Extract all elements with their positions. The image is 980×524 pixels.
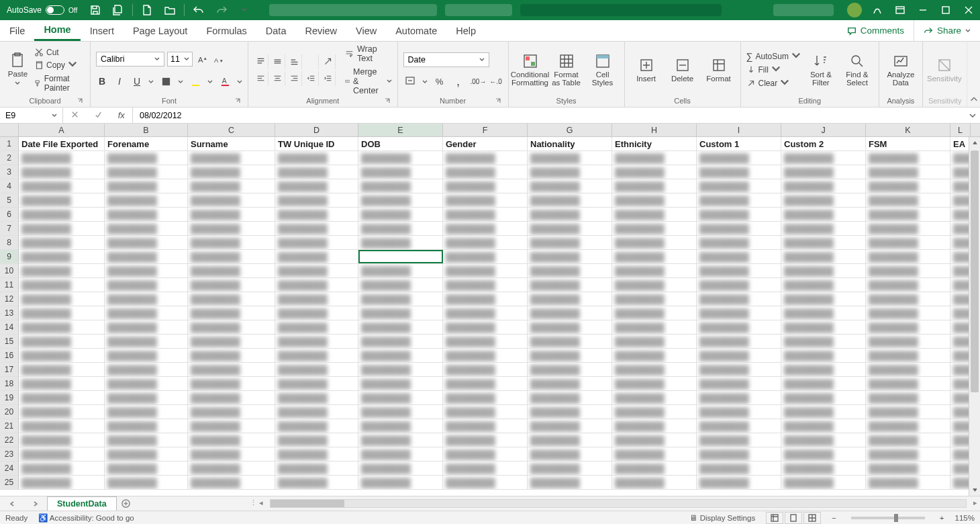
- data-cell[interactable]: ████████: [19, 335, 105, 348]
- data-cell[interactable]: ████████: [19, 405, 105, 419]
- delete-cells-button[interactable]: Delete: [667, 57, 699, 83]
- data-cell[interactable]: ████████: [19, 377, 105, 390]
- data-cell[interactable]: ████████: [781, 179, 866, 193]
- data-cell[interactable]: ████████: [358, 208, 443, 221]
- data-cell[interactable]: ████████: [781, 447, 866, 461]
- data-cell[interactable]: ████████: [950, 377, 971, 390]
- data-cell[interactable]: ████████: [275, 377, 358, 390]
- data-cell[interactable]: ████████: [105, 250, 188, 263]
- insert-function-icon[interactable]: fx: [118, 110, 125, 120]
- data-cell[interactable]: ████████: [866, 165, 950, 179]
- data-cell[interactable]: ████████: [19, 179, 105, 193]
- data-cell[interactable]: ████████: [19, 264, 105, 277]
- data-cell[interactable]: ████████: [781, 476, 866, 489]
- data-cell[interactable]: ████████: [188, 306, 275, 320]
- data-cell[interactable]: ████████: [612, 193, 697, 207]
- data-cell[interactable]: ████████: [697, 377, 781, 390]
- data-cell[interactable]: ████████: [781, 306, 866, 320]
- data-cell[interactable]: ████████: [866, 179, 950, 193]
- data-cell[interactable]: ████████: [612, 222, 697, 235]
- alignment-launcher-icon[interactable]: [384, 97, 391, 104]
- data-cell[interactable]: ████████: [528, 292, 612, 306]
- clipboard-launcher-icon[interactable]: [77, 97, 83, 104]
- open-file-icon[interactable]: [158, 0, 181, 20]
- comma-format-icon[interactable]: ,: [452, 78, 465, 85]
- data-cell[interactable]: ████████: [275, 433, 358, 447]
- data-cell[interactable]: ████████: [105, 179, 188, 193]
- col-header-K[interactable]: K: [866, 124, 950, 136]
- data-cell[interactable]: ████████: [443, 179, 528, 193]
- data-cell[interactable]: ████████: [950, 179, 971, 193]
- data-cell[interactable]: ████████: [275, 306, 358, 320]
- col-header-L[interactable]: L: [950, 124, 971, 136]
- data-cell[interactable]: ████████: [358, 179, 443, 193]
- data-cell[interactable]: ████████: [781, 222, 866, 235]
- data-cell[interactable]: ████████: [188, 264, 275, 277]
- data-cell[interactable]: ████████: [612, 151, 697, 165]
- data-cell[interactable]: ████████: [105, 405, 188, 419]
- data-cell[interactable]: ████████: [358, 405, 443, 419]
- data-cell[interactable]: ████████: [866, 151, 950, 165]
- data-cell[interactable]: ████████: [358, 320, 443, 334]
- data-cell[interactable]: ████████: [188, 222, 275, 235]
- data-cell[interactable]: ████████: [443, 208, 528, 221]
- data-cell[interactable]: ████████: [188, 151, 275, 165]
- data-cell[interactable]: ████████: [443, 250, 528, 263]
- align-center-icon[interactable]: [271, 71, 285, 86]
- menu-data[interactable]: Data: [256, 20, 296, 41]
- data-cell[interactable]: ████████: [528, 320, 612, 334]
- header-cell[interactable]: EA: [950, 137, 971, 150]
- data-cell[interactable]: ████████: [697, 405, 781, 419]
- align-right-icon[interactable]: [287, 71, 302, 86]
- data-cell[interactable]: ████████: [612, 349, 697, 362]
- normal-view-icon[interactable]: [766, 512, 783, 524]
- data-cell[interactable]: ████████: [19, 278, 105, 292]
- row-header[interactable]: 24: [0, 462, 19, 475]
- data-cell[interactable]: ████████: [697, 165, 781, 179]
- data-cell[interactable]: ████████: [866, 363, 950, 376]
- data-cell[interactable]: ████████: [781, 264, 866, 277]
- data-cell[interactable]: ████████: [866, 447, 950, 461]
- data-cell[interactable]: ████████: [612, 250, 697, 263]
- data-cell[interactable]: ████████: [19, 208, 105, 221]
- data-cell[interactable]: ████████: [188, 476, 275, 489]
- data-cell[interactable]: ████████: [612, 320, 697, 334]
- data-cell[interactable]: ████████: [19, 363, 105, 376]
- menu-formulas[interactable]: Formulas: [197, 20, 256, 41]
- scroll-down-icon[interactable]: [969, 484, 980, 496]
- data-cell[interactable]: ████████: [275, 236, 358, 249]
- align-left-icon[interactable]: [254, 71, 268, 86]
- find-select-button[interactable]: Find & Select: [841, 53, 873, 87]
- data-cell[interactable]: ████████: [612, 419, 697, 433]
- row-header[interactable]: 14: [0, 320, 19, 334]
- data-cell[interactable]: ████████: [697, 462, 781, 475]
- data-cell[interactable]: ████████: [950, 306, 971, 320]
- data-cell[interactable]: ████████: [781, 151, 866, 165]
- format-as-table-button[interactable]: Format as Table: [550, 53, 583, 87]
- data-cell[interactable]: ████████: [697, 363, 781, 376]
- data-cell[interactable]: ████████: [358, 447, 443, 461]
- data-cell[interactable]: ████████: [358, 419, 443, 433]
- data-cell[interactable]: ████████: [105, 363, 188, 376]
- row-header[interactable]: 3: [0, 165, 19, 179]
- sheet-tab-active[interactable]: StudentData: [47, 496, 117, 511]
- data-cell[interactable]: ████████: [528, 462, 612, 475]
- data-cell[interactable]: ████████: [866, 306, 950, 320]
- data-cell[interactable]: ████████: [781, 250, 866, 263]
- decrease-decimal-icon[interactable]: ←.0: [489, 78, 503, 85]
- row-header[interactable]: 21: [0, 419, 19, 433]
- data-cell[interactable]: ████████: [188, 405, 275, 419]
- data-cell[interactable]: ████████: [443, 151, 528, 165]
- data-cell[interactable]: ████████: [358, 222, 443, 235]
- data-cell[interactable]: ████████: [188, 363, 275, 376]
- data-cell[interactable]: ████████: [19, 193, 105, 207]
- data-cell[interactable]: ████████: [19, 433, 105, 447]
- display-settings-button[interactable]: 🖥 Display Settings: [689, 514, 755, 522]
- page-break-view-icon[interactable]: [803, 512, 821, 524]
- formula-input[interactable]: 08/02/2012: [133, 107, 965, 123]
- data-cell[interactable]: ████████: [443, 193, 528, 207]
- data-cell[interactable]: ████████: [866, 462, 950, 475]
- data-cell[interactable]: ████████: [188, 447, 275, 461]
- tab-scroll-right-icon[interactable]: [32, 498, 39, 510]
- data-cell[interactable]: ████████: [781, 349, 866, 362]
